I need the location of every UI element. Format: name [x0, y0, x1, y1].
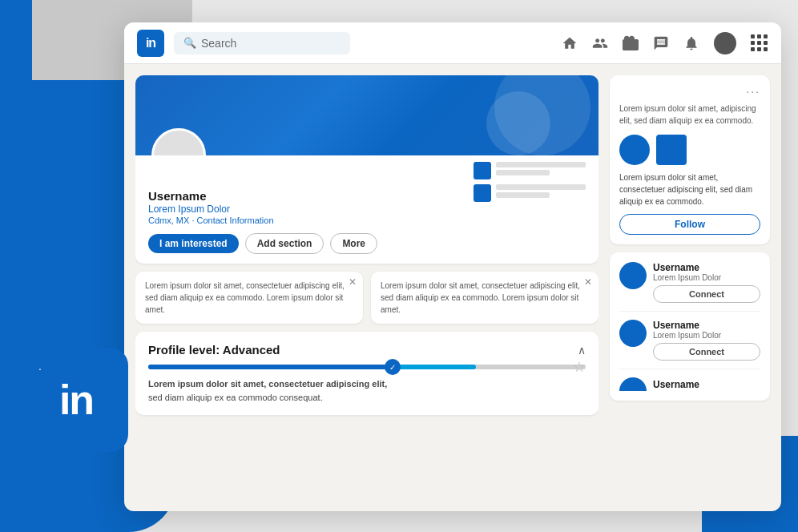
side-text-line	[496, 170, 550, 175]
profile-avatar	[151, 128, 206, 155]
person-title-1: Lorem Ipsum Dolor	[653, 273, 760, 282]
progress-bar-fill-cyan	[389, 365, 476, 369]
person-title-2: Lorem Ipsum Dolor	[653, 331, 760, 340]
profile-card: Username Lorem Ipsum Dolor Cdmx, MX · Co…	[135, 75, 598, 264]
side-text-lines-1	[496, 162, 586, 178]
side-info-row-1	[474, 162, 586, 179]
side-info-row-2	[474, 184, 586, 202]
info-card-text-1: Lorem ipsum dolor sit amet, consectetuer…	[145, 280, 353, 316]
sidebar-circle	[619, 135, 650, 165]
profile-level-title: Profile level: Advanced	[148, 343, 280, 357]
person-divider-2	[619, 369, 760, 369]
person-info-2: Username Lorem Ipsum Dolor Connect	[653, 320, 760, 361]
progress-bar-container: ✓ ☆	[148, 365, 586, 369]
more-button[interactable]: More	[330, 233, 377, 254]
nav-grid-icon[interactable]	[751, 34, 768, 52]
person-avatar-2	[619, 320, 647, 347]
search-placeholder: Search	[201, 37, 236, 50]
profile-right-card	[474, 162, 586, 202]
info-cards-row: ✕ Lorem ipsum dolor sit amet, consectetu…	[135, 272, 598, 324]
nav-icons	[562, 32, 768, 54]
connect-button-2[interactable]: Connect	[653, 343, 760, 361]
navbar-logo[interactable]: in	[137, 30, 164, 57]
person-avatar-partial	[619, 377, 647, 391]
side-text-line	[496, 184, 586, 190]
main-content: Username Lorem Ipsum Dolor Cdmx, MX · Co…	[124, 64, 781, 511]
nav-avatar[interactable]	[714, 32, 736, 54]
profile-level-header: Profile level: Advanced ∧	[148, 343, 586, 357]
nav-jobs[interactable]	[623, 35, 639, 51]
nav-notifications[interactable]	[683, 35, 699, 51]
more-options-icon[interactable]: ···	[619, 85, 760, 98]
sidebar-square	[656, 135, 687, 165]
navbar: in 🔍 Search	[124, 22, 781, 64]
progress-checkmark-icon: ✓	[385, 359, 401, 375]
person-partial: Username	[619, 377, 760, 391]
search-icon: 🔍	[183, 37, 196, 49]
logo-in-text: in	[59, 379, 93, 421]
profile-location: Cdmx, MX · Contact Information	[148, 216, 586, 225]
browser-window: in 🔍 Search	[124, 22, 781, 511]
people-card: Username Lorem Ipsum Dolor Connect Usern…	[610, 252, 770, 401]
profile-title: Lorem Ipsum Dolor	[148, 204, 586, 215]
person-avatar-1	[619, 262, 647, 289]
linkedin-big-logo: · in	[24, 348, 128, 452]
profile-side-info	[474, 162, 586, 202]
search-bar[interactable]: 🔍 Search	[174, 32, 350, 54]
progress-star-icon: ☆	[573, 358, 586, 376]
person-name-1: Username	[653, 262, 760, 273]
progress-bar-fill-blue	[148, 365, 389, 369]
follow-button[interactable]: Follow	[619, 214, 760, 235]
navbar-logo-text: in	[146, 36, 155, 50]
side-rect-blue-2	[474, 184, 491, 202]
close-icon-1[interactable]: ✕	[349, 276, 357, 288]
sidebar-visual	[619, 135, 760, 165]
person-row-2: Username Lorem Ipsum Dolor Connect	[619, 320, 760, 361]
person-name-2: Username	[653, 320, 760, 331]
person-info-1: Username Lorem Ipsum Dolor Connect	[653, 262, 760, 303]
promo-card-text: Lorem ipsum dolor sit amet, adipiscing e…	[619, 103, 760, 127]
profile-panel: Username Lorem Ipsum Dolor Cdmx, MX · Co…	[135, 75, 598, 500]
nav-messaging[interactable]	[653, 35, 669, 51]
profile-actions: I am interested Add section More	[148, 233, 586, 254]
progress-bar-bg: ✓ ☆	[148, 365, 586, 369]
promo-card: ··· Lorem ipsum dolor sit amet, adipisci…	[610, 75, 770, 244]
close-icon-2[interactable]: ✕	[584, 276, 592, 288]
info-card-2: ✕ Lorem ipsum dolor sit amet, consectetu…	[371, 272, 598, 324]
promo-card-desc: Lorem ipsum dolor sit amet, consectetuer…	[619, 171, 760, 208]
side-text-line	[496, 192, 550, 198]
interested-button[interactable]: I am interested	[148, 234, 239, 253]
person-divider-1	[619, 311, 760, 312]
right-sidebar: ··· Lorem ipsum dolor sit amet, adipisci…	[610, 75, 770, 500]
connect-button-1[interactable]: Connect	[653, 285, 760, 303]
info-card-text-2: Lorem ipsum dolor sit amet, consectetuer…	[381, 280, 589, 316]
side-text-line	[496, 162, 586, 167]
person-name-partial: Username	[653, 379, 699, 390]
profile-level-card: Profile level: Advanced ∧ ✓ ☆ Lorem ipsu…	[135, 332, 598, 415]
nav-home[interactable]	[562, 35, 578, 51]
logo-dot: ·	[38, 362, 42, 375]
profile-banner	[135, 75, 598, 155]
person-row-1: Username Lorem Ipsum Dolor Connect	[619, 262, 760, 303]
chevron-up-icon[interactable]: ∧	[578, 344, 586, 357]
profile-level-desc: Lorem ipsum dolor sit amet, consectetuer…	[148, 377, 586, 404]
add-section-button[interactable]: Add section	[245, 233, 324, 254]
nav-people[interactable]	[592, 35, 608, 51]
info-card-1: ✕ Lorem ipsum dolor sit amet, consectetu…	[135, 272, 363, 324]
side-rect-blue-1	[474, 162, 491, 179]
side-text-lines-2	[496, 184, 586, 200]
profile-info: Username Lorem Ipsum Dolor Cdmx, MX · Co…	[135, 155, 598, 264]
